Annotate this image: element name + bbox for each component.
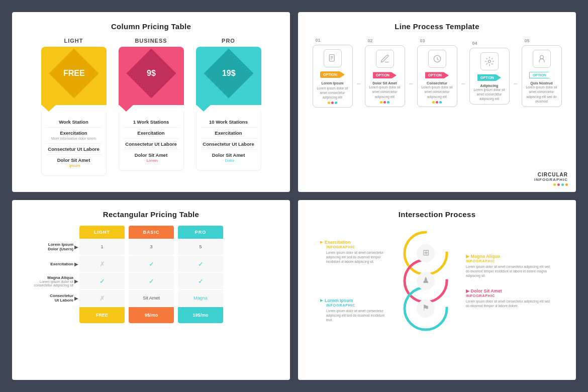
feature-biz-1: 1 Work Stations (123, 117, 179, 128)
rect-row-sublabel-3: Lorem ipsum dolor sit consectetur adipis… (27, 280, 73, 287)
price-diamond-light: FREE (49, 49, 99, 99)
rect-row-4: Consectetur Ut Labore ▶ ✗ Sit Amet Magna (27, 290, 275, 306)
connector-4 (514, 83, 518, 84)
rect-pricing-table: LIGHT BASIC PRO Lorem Ipsum Dolor (Users… (22, 226, 280, 323)
rect-cell-4-1: ✗ (79, 290, 125, 306)
int-right-2: ▶ Dolor Sit Amet INFOGRAPHIC Lorem ipsum… (466, 288, 554, 308)
svg-point-5 (488, 60, 491, 62)
dot-y (328, 102, 330, 104)
step-subdesc-4: Lorem ipsum dolor sit amet consectetur a… (472, 87, 507, 101)
pricing-card-pro: 19$ 10 Work Stations Exercitation Consec… (196, 47, 261, 171)
process-step-5: 05 OPTION Quis Nostrud Lorem ipsum dolor… (520, 38, 564, 107)
arrow-teal (196, 105, 211, 112)
step-num-2: 02 (368, 38, 373, 43)
rect-row-label-text-2: Exercitation (27, 262, 73, 266)
rect-row-3: Magna Aliqua Lorem ipsum dolor sit conse… (27, 273, 275, 289)
dot-t3 (439, 101, 442, 104)
card-body-business: 1 Work Stations Exercitation Consectetur… (119, 112, 184, 171)
feature-light-3: Consectetur Ut Labore (46, 144, 102, 155)
rect-row-label-text-1: Lorem Ipsum (27, 242, 73, 247)
step-box-3: OPTION Consectetur Lorem ipsum dolor sit… (417, 45, 457, 107)
row-arrow-4: ▶ (74, 296, 78, 301)
circular-sub: INFOGRAPHIC (534, 177, 568, 182)
int-left-1: Exercitation INFOGRAPHIC Lorem ipsum dol… (320, 240, 385, 264)
arrow-pink (119, 105, 134, 112)
rect-footer-pro[interactable]: 19$/mo (178, 307, 223, 323)
feature-pro-3: Consectetur Ut Labore (201, 139, 257, 150)
rect-cell-4-2: Sit Amet (129, 290, 174, 306)
process-step-4: 04 OPTION Adipiscing Lorem ipsum dolor s… (467, 41, 512, 105)
connector-2 (409, 83, 413, 84)
int-left-desc-1: Lorem ipsum dolor sit amet consectetur a… (326, 250, 385, 264)
int-left-title-2: Lorem Ipsum (320, 298, 385, 303)
int-right-labels: ▶ Magna Aliqua INFOGRAPHIC Lorem ipsum d… (466, 254, 554, 308)
row-arrow-3: ▶ (74, 278, 78, 284)
rect-footer-row: FREE 9$/mo 19$/mo (77, 307, 275, 323)
int-right-title-1: ▶ Magna Aliqua (466, 254, 554, 259)
process-step-1: 01 OPTION: Lorem Ipsum Lorem ipsum dolor… (311, 38, 355, 108)
step-label-5: OPTION (529, 72, 554, 78)
arrow-yellow (41, 105, 56, 112)
row-arrow-1: ▶ (74, 244, 78, 250)
rect-cell-2-2: ✓ (129, 256, 174, 272)
pricing-col-pro: PRO 19$ 10 Work Stations Exercitation Co… (196, 38, 261, 171)
panel4-title: Intersection Process (308, 210, 566, 219)
row-arrow-2: ▶ (74, 261, 78, 267)
cl-dot-y (553, 183, 556, 186)
feature-pro-2: Exercitation (201, 128, 257, 139)
feature-biz-2: Exercitation (123, 128, 179, 139)
rect-cell-3-2: ✓ (129, 273, 174, 289)
rect-label-2: Exercitation ▶ (27, 262, 77, 266)
rect-footer-free[interactable]: FREE (79, 307, 125, 323)
dot-t2 (387, 101, 389, 104)
pricing-col-light: LIGHT FREE Work Station ExercitationMore… (41, 38, 107, 176)
step-box-1: OPTION: Lorem Ipsum Lorem ipsum dolor si… (313, 45, 353, 108)
rect-cell-1-1: 1 (79, 239, 125, 255)
step-subdesc-2: Lorem ipsum dolor sit amet consectetur a… (368, 85, 402, 99)
connector-3 (461, 83, 465, 84)
connector-1 (357, 83, 361, 84)
circular-dots (534, 183, 568, 186)
step-icon-4 (480, 52, 499, 70)
dot-y3 (432, 101, 435, 104)
step-subdesc-5: Lorem ipsum dolor sit amet consectetur a… (525, 85, 559, 103)
rect-row-label-text-1b: Dolor (Users) (27, 247, 73, 251)
step-subdesc-1: Lorem ipsum dolor sit amet consectetur a… (316, 86, 350, 100)
panel1-title: Column Pricing Table (22, 22, 280, 31)
step-box-5: OPTION Quis Nostrud Lorem ipsum dolor si… (522, 45, 562, 107)
int-right-sub-2: INFOGRAPHIC (466, 293, 554, 298)
step-num-1: 01 (316, 38, 321, 43)
rect-row-label-text-3: Magna Aliqua (27, 275, 73, 280)
step-dots-1 (328, 102, 337, 104)
pricing-card-business: 9$ 1 Work Stations Exercitation Consecte… (119, 47, 184, 171)
step-desc-2: Dolor Sit Amet (372, 81, 397, 85)
step-dots-2 (380, 101, 389, 104)
rect-footer-basic[interactable]: 9$/mo (129, 307, 174, 323)
dot-t (335, 102, 337, 104)
panel-line-process: Line Process Template 01 OPTION: Lorem I… (298, 12, 576, 192)
card-header-light: FREE (41, 47, 107, 105)
panel3-title: Rectangular Pricing Table (22, 210, 280, 219)
step-num-4: 04 (472, 41, 477, 46)
card-header-pro: 19$ (196, 47, 261, 105)
price-text-pro: 19$ (222, 69, 235, 78)
feature-biz-4: Dolor Sit Amet · Lorem (123, 150, 179, 165)
cl-dot-o (565, 183, 568, 186)
rect-header-row: LIGHT BASIC PRO (77, 226, 275, 239)
col-label-business: BUSINESS (135, 38, 167, 44)
rect-label-1: Lorem Ipsum Dolor (Users) ▶ (27, 242, 77, 251)
step-desc-5: Quis Nostrud (530, 81, 552, 85)
int-left-sub-2: INFOGRAPHIC (326, 303, 385, 308)
rect-row-label-text-4: Consectetur (27, 293, 73, 298)
step-desc-1: Lorem Ipsum (322, 81, 344, 86)
circular-infographic-label: CIRCULAR INFOGRAPHIC (534, 172, 568, 186)
feature-biz-3: Consectetur Ut Labore (123, 139, 179, 150)
step-icon-1 (324, 49, 342, 67)
int-right-sub-1: INFOGRAPHIC (466, 259, 554, 263)
step-label-3: OPTION (425, 72, 449, 78)
price-diamond-pro: 19$ (204, 49, 253, 99)
panel-rect-pricing: Rectangular Pricing Table LIGHT BASIC PR… (12, 200, 290, 380)
feature-pro-4: Dolor Sit Amet · Dolor (201, 150, 257, 165)
svg-text:⚑: ⚑ (422, 304, 429, 312)
step-icon-2 (376, 50, 394, 68)
